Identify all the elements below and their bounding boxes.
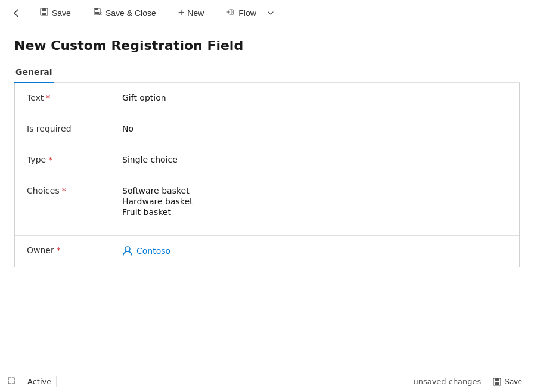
divider-3 xyxy=(215,6,215,20)
unsaved-changes-label: unsaved changes xyxy=(413,377,481,386)
save-close-icon xyxy=(93,7,103,19)
field-value-col-type: Single choice xyxy=(122,154,507,164)
main-content: New Custom Registration Field General Te… xyxy=(0,26,534,371)
field-value-col-choices: Software basket Hardware basket Fruit ba… xyxy=(122,185,507,217)
status-left: Active xyxy=(7,376,57,387)
field-row-type: Type * Single choice xyxy=(15,145,519,176)
field-value-isrequired: No xyxy=(122,124,134,133)
field-label-owner: Owner xyxy=(27,245,54,255)
svg-rect-5 xyxy=(95,12,99,14)
status-active-badge: Active xyxy=(23,376,57,387)
field-label-col-isrequired: Is required xyxy=(27,123,122,133)
form-container: Text * Gift option Is required No xyxy=(14,83,520,267)
svg-rect-2 xyxy=(42,13,46,15)
svg-rect-8 xyxy=(495,378,499,381)
choice-item-1: Software basket xyxy=(122,186,193,195)
save-button[interactable]: Save xyxy=(33,4,77,23)
tab-general[interactable]: General xyxy=(14,63,54,83)
owner-icon xyxy=(122,245,133,256)
new-button[interactable]: + New xyxy=(172,4,210,23)
save-icon xyxy=(39,7,49,19)
svg-rect-1 xyxy=(42,8,46,11)
save-close-button[interactable]: Save & Close xyxy=(87,4,162,23)
field-row-choices: Choices * Software basket Hardware baske… xyxy=(15,176,519,236)
field-label-isrequired: Is required xyxy=(27,124,72,133)
tab-bar: General xyxy=(14,63,520,83)
toolbar: Save Save & Close + New Flow xyxy=(0,0,534,26)
field-label-choices: Choices xyxy=(27,186,60,195)
owner-name: Contoso xyxy=(136,246,170,256)
field-label-col-choices: Choices * xyxy=(27,185,122,195)
divider-2 xyxy=(167,6,167,20)
field-row-owner: Owner * Contoso xyxy=(15,236,519,267)
field-value-text: Gift option xyxy=(122,93,166,102)
field-label-col-owner: Owner * xyxy=(27,244,122,255)
status-save-button[interactable]: Save xyxy=(488,375,527,388)
field-label-col-text: Text * xyxy=(27,92,122,102)
field-required-text: * xyxy=(46,93,50,102)
field-value-col-isrequired: No xyxy=(122,123,507,133)
field-required-choices: * xyxy=(62,186,66,195)
field-label-type: Type xyxy=(27,155,46,164)
field-value-type: Single choice xyxy=(122,155,178,164)
new-icon: + xyxy=(178,7,185,19)
status-save-label: Save xyxy=(504,377,522,386)
status-right: unsaved changes Save xyxy=(413,375,527,388)
field-value-col-text: Gift option xyxy=(122,92,507,102)
svg-point-6 xyxy=(125,247,130,251)
field-required-type: * xyxy=(48,155,52,164)
field-label-text: Text xyxy=(27,93,44,102)
expand-icon[interactable] xyxy=(7,377,15,387)
divider xyxy=(82,6,82,20)
form-area: Text * Gift option Is required No xyxy=(14,83,520,371)
flow-icon xyxy=(226,7,235,19)
choice-item-3: Fruit basket xyxy=(122,207,193,217)
page-title: New Custom Registration Field xyxy=(14,38,520,53)
svg-rect-4 xyxy=(95,8,98,10)
save-close-label: Save & Close xyxy=(105,8,156,18)
field-row-text: Text * Gift option xyxy=(15,83,519,114)
field-required-owner: * xyxy=(57,245,61,255)
flow-chevron-button[interactable] xyxy=(265,4,277,23)
status-bar: Active unsaved changes Save xyxy=(0,371,534,392)
flow-button[interactable]: Flow xyxy=(220,4,262,23)
new-label: New xyxy=(187,8,204,18)
field-value-choices: Software basket Hardware basket Fruit ba… xyxy=(122,186,193,217)
choice-item-2: Hardware basket xyxy=(122,197,193,206)
flow-label: Flow xyxy=(238,8,256,18)
owner-link[interactable]: Contoso xyxy=(122,245,170,256)
save-label: Save xyxy=(52,8,71,18)
back-button[interactable] xyxy=(7,4,26,23)
field-label-col-type: Type * xyxy=(27,154,122,164)
field-row-isrequired: Is required No xyxy=(15,114,519,145)
svg-rect-9 xyxy=(495,382,499,385)
status-save-icon xyxy=(493,378,501,386)
field-value-col-owner: Contoso xyxy=(122,244,507,256)
